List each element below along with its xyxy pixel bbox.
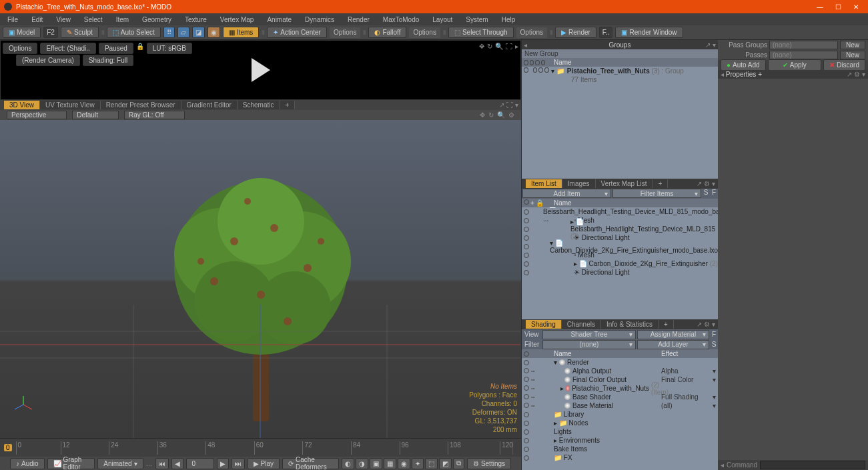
filter-items-select[interactable]: Filter Items: [612, 189, 701, 198]
vp-move-icon[interactable]: ✥: [480, 111, 485, 119]
grip-icon[interactable]: ⦀: [443, 29, 446, 37]
grip-icon[interactable]: ⦀: [550, 29, 552, 37]
shader-row[interactable]: 📁 Library: [522, 410, 718, 419]
tb-icon-1[interactable]: ◐: [342, 458, 354, 469]
shader-row[interactable]: ▾ Render: [522, 358, 718, 367]
graph-editor-button[interactable]: 📈 Graph Editor: [47, 458, 95, 469]
grip-icon[interactable]: ⦀: [262, 29, 264, 37]
shader-row[interactable]: •• Base ShaderFull Shading ▾: [522, 393, 718, 401]
action-center-button[interactable]: ✦Action Center: [267, 27, 327, 38]
menu-help[interactable]: Help: [498, 15, 519, 24]
sculpt-button[interactable]: ✎Sculpt: [61, 27, 99, 38]
tab-add[interactable]: +: [280, 101, 296, 109]
tab-images[interactable]: Images: [562, 179, 596, 188]
shader-row[interactable]: 📁 FX: [522, 453, 718, 462]
maximize-button[interactable]: ☐: [835, 3, 841, 11]
falloff-options[interactable]: Options: [409, 27, 440, 38]
menu-geometry[interactable]: Geometry: [139, 15, 175, 24]
f2-button[interactable]: F2: [43, 27, 58, 38]
next-icon[interactable]: ▸: [515, 43, 518, 50]
vp-zoom-icon[interactable]: 🔍: [497, 111, 505, 119]
tab-itemlist[interactable]: Item List: [526, 179, 562, 188]
shader-row[interactable]: •• Base Material(all) ▾: [522, 401, 718, 410]
gear-icon[interactable]: ⚙: [704, 180, 710, 187]
tb-icon-4[interactable]: ▦: [384, 458, 396, 469]
perspective-select[interactable]: Perspective: [7, 111, 67, 119]
shader-row[interactable]: ••▸ Pistachio_Tree_with_Nuts (2) (Item): [522, 384, 718, 393]
menu-icon[interactable]: ▾: [712, 180, 715, 187]
menu-layout[interactable]: Layout: [429, 15, 456, 24]
s-button[interactable]: S: [710, 341, 718, 348]
menu-dynamics[interactable]: Dynamics: [302, 15, 338, 24]
materials-mode-button[interactable]: ◉: [207, 27, 220, 38]
undock-icon[interactable]: ↗: [705, 41, 711, 49]
vertices-mode-button[interactable]: ⠿: [163, 27, 175, 38]
filter-select[interactable]: (none): [542, 340, 636, 349]
list-item[interactable]: ▸ 📄 Carbon_Dioxide_2Kg_Fire_Extinguisher…: [522, 259, 718, 268]
menu-icon[interactable]: ▾: [515, 101, 518, 109]
list-item[interactable]: ▾ 📄 Carbon_Dioxide_2Kg_Fire_Extinguisher…: [522, 242, 718, 251]
axis-gizmo-icon[interactable]: [13, 395, 33, 415]
undock-icon[interactable]: ↗: [499, 101, 504, 109]
cache-deformers-button[interactable]: ⟳ Cache Deformers: [282, 458, 339, 469]
autoselect-button[interactable]: ⬚Auto Select: [107, 27, 161, 38]
preview-lut-button[interactable]: LUT: sRGB: [147, 43, 192, 54]
menu-item[interactable]: Item: [113, 15, 132, 24]
zoom-icon[interactable]: 🔍: [495, 43, 503, 50]
tab-uvtexture[interactable]: UV Texture View: [40, 101, 101, 109]
add-item-select[interactable]: Add Item: [522, 189, 611, 198]
shader-row[interactable]: •• Alpha OutputAlpha ▾: [522, 367, 718, 375]
tab-shading[interactable]: Shading: [526, 320, 562, 329]
animated-select[interactable]: Animated ▾: [97, 458, 143, 469]
menu-icon[interactable]: ▾: [713, 41, 716, 49]
render-button[interactable]: ▶Render: [555, 27, 596, 38]
shader-row[interactable]: ▸ 📁 Nodes: [522, 419, 718, 427]
menu-view[interactable]: View: [53, 15, 74, 24]
tb-icon-3[interactable]: ▣: [370, 458, 382, 469]
tab-gradient[interactable]: Gradient Editor: [181, 101, 238, 109]
assign-material-select[interactable]: Assign Material: [637, 330, 709, 339]
undock-icon[interactable]: ↗: [697, 180, 702, 187]
list-item[interactable]: ▸ 📄 Beissbarth_Headlight_Testing_Device_…: [522, 225, 718, 233]
tab-add[interactable]: +: [659, 320, 674, 329]
select-through-button[interactable]: ⬚Select Through: [448, 27, 514, 38]
play-button[interactable]: ▶ Play: [248, 458, 280, 469]
new-passgroup-button[interactable]: New: [840, 41, 865, 49]
tb-icon-7[interactable]: ⬚: [425, 458, 438, 469]
current-frame-input[interactable]: 0: [186, 458, 214, 469]
polygons-mode-button[interactable]: ◪: [192, 27, 205, 38]
shader-row[interactable]: Lights: [522, 427, 718, 436]
menu-vertexmap[interactable]: Vertex Map: [217, 15, 258, 24]
tb-icon-2[interactable]: ◑: [356, 458, 368, 469]
raygl-select[interactable]: Ray GL: Off: [124, 111, 185, 119]
expand-icon[interactable]: ⛶: [506, 43, 512, 50]
tab-schematic[interactable]: Schematic: [238, 101, 280, 109]
group-item[interactable]: ▾ 📁 Pistachio_Tree_with_Nuts (3) : Group: [522, 67, 718, 75]
first-frame-button[interactable]: ⏮: [155, 458, 169, 469]
new-group-button[interactable]: New Group: [522, 49, 718, 58]
shader-row[interactable]: Bake Items: [522, 445, 718, 453]
settings-button[interactable]: ⚙ Settings: [467, 458, 511, 469]
passgroups-select[interactable]: (none): [769, 41, 838, 49]
menu-file[interactable]: File: [4, 15, 21, 24]
vp-gear-icon[interactable]: ⚙: [508, 111, 514, 119]
tab-vertexmaplist[interactable]: Vertex Map List: [596, 179, 653, 188]
select-through-options[interactable]: Options: [516, 27, 547, 38]
falloff-button[interactable]: ◐Falloff: [368, 27, 406, 38]
undock-icon[interactable]: ↗: [697, 321, 702, 328]
lock-icon[interactable]: 🔒: [136, 43, 144, 54]
add-layer-select[interactable]: Add Layer: [637, 340, 709, 349]
menu-texture[interactable]: Texture: [181, 15, 210, 24]
f-button[interactable]: F: [710, 189, 718, 199]
render-f-button[interactable]: F..: [599, 27, 613, 38]
discard-button[interactable]: ✖Discard: [823, 59, 865, 71]
edges-mode-button[interactable]: ▱: [177, 27, 189, 38]
s-button[interactable]: S: [702, 189, 710, 199]
model-button[interactable]: ▣Model: [3, 27, 41, 38]
menu-icon[interactable]: ▾: [712, 321, 715, 328]
tab-3dview[interactable]: 3D View: [4, 101, 40, 109]
new-pass-button[interactable]: New: [840, 51, 865, 59]
tab-add[interactable]: +: [653, 179, 669, 188]
close-button[interactable]: ✕: [853, 3, 859, 11]
3d-viewport[interactable]: No Items Polygons : Face Channels: 0 Def…: [0, 120, 521, 438]
